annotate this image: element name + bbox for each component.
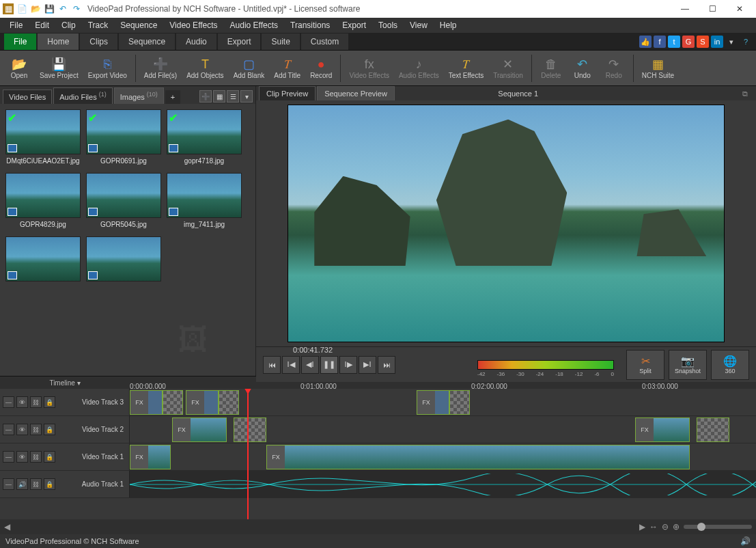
- track-body[interactable]: FX FX: [130, 443, 756, 470]
- track-visible-icon[interactable]: 👁: [16, 424, 28, 435]
- thumbnail-item[interactable]: [86, 236, 161, 287]
- step-back-button[interactable]: ◀I: [301, 356, 319, 374]
- menu-export[interactable]: Export: [337, 19, 372, 31]
- bin-menu-icon[interactable]: ▾: [240, 90, 253, 102]
- track-body[interactable]: FX FX: [130, 416, 756, 443]
- thumbnail-item[interactable]: ✔gopr4718.jpg: [167, 109, 242, 167]
- track-mute-icon[interactable]: 🔊: [16, 478, 28, 490]
- fit-icon[interactable]: ↔: [649, 522, 658, 532]
- qat-open-icon[interactable]: 📂: [30, 3, 41, 14]
- menu-edit[interactable]: Edit: [29, 19, 55, 31]
- track-collapse-icon[interactable]: —: [3, 396, 14, 408]
- save-project-button[interactable]: 💾Save Project: [36, 52, 83, 85]
- thumbnail-item[interactable]: [5, 236, 81, 287]
- chevron-down-icon[interactable]: ▾: [77, 379, 81, 387]
- delete-button[interactable]: 🗑Delete: [536, 52, 566, 85]
- track-lock-icon[interactable]: 🔒: [44, 478, 55, 490]
- menu-track[interactable]: Track: [83, 19, 114, 31]
- bin-tab-images[interactable]: Images (10): [114, 87, 164, 104]
- close-button[interactable]: ✕: [726, 0, 753, 18]
- track-lock-icon[interactable]: 🔒: [44, 424, 55, 435]
- audio-effects-button[interactable]: ♪Audio Effects: [395, 52, 443, 85]
- goto-start-button[interactable]: ⏮: [263, 356, 281, 374]
- goto-end-button[interactable]: ⏭: [378, 356, 395, 374]
- scroll-left-icon[interactable]: ◀: [4, 522, 10, 532]
- step-fwd-button[interactable]: I▶: [339, 356, 357, 374]
- export-video-button[interactable]: ⎘Export Video: [84, 52, 131, 85]
- add-title-button[interactable]: 𝑇Add Title: [270, 52, 305, 85]
- popout-icon[interactable]: ⧉: [742, 90, 753, 100]
- track-solo-icon[interactable]: ⛓: [30, 478, 42, 490]
- track-link-icon[interactable]: ⛓: [30, 451, 42, 463]
- track-body[interactable]: FX FX FX: [130, 389, 756, 415]
- transition-button[interactable]: ✕Transition: [489, 52, 527, 85]
- ribbon-tab-clips[interactable]: Clips: [80, 33, 117, 50]
- collapse-ribbon-icon[interactable]: ▾: [725, 36, 738, 48]
- bin-add-icon[interactable]: ➕: [199, 90, 212, 102]
- record-button[interactable]: ●Record: [306, 52, 336, 85]
- add-files-button[interactable]: ➕Add File(s): [140, 52, 181, 85]
- ribbon-tab-file[interactable]: File: [4, 33, 36, 50]
- thumbnail-item[interactable]: GOPR5045.jpg: [86, 173, 161, 231]
- maximize-button[interactable]: ☐: [699, 0, 726, 18]
- ribbon-tab-suite[interactable]: Suite: [262, 33, 299, 50]
- ribbon-tab-export[interactable]: Export: [218, 33, 261, 50]
- zoom-slider[interactable]: [684, 525, 752, 529]
- help-icon[interactable]: ?: [740, 36, 752, 48]
- track-lock-icon[interactable]: 🔒: [44, 396, 55, 408]
- add-blank-button[interactable]: ▢Add Blank: [229, 52, 269, 85]
- qat-new-icon[interactable]: 📄: [16, 3, 27, 14]
- social-linkedin-icon[interactable]: in: [711, 36, 723, 48]
- prev-clip-button[interactable]: I◀: [282, 356, 300, 374]
- menu-file[interactable]: File: [4, 19, 28, 31]
- ribbon-tab-sequence[interactable]: Sequence: [119, 33, 175, 50]
- nch-suite-button[interactable]: ▦NCH Suite: [638, 52, 678, 85]
- social-stumble-icon[interactable]: S: [697, 36, 709, 48]
- text-effects-button[interactable]: 𝑇Text Effects: [445, 52, 488, 85]
- tab-sequence-preview[interactable]: Sequence Preview: [317, 86, 395, 100]
- zoom-in-icon[interactable]: ⊕: [673, 522, 680, 532]
- bin-tab-audio[interactable]: Audio Files (1): [53, 87, 112, 104]
- menu-help[interactable]: Help: [434, 19, 462, 31]
- thumbnail-item[interactable]: ✔GOPR0691.jpg: [86, 109, 161, 167]
- track-collapse-icon[interactable]: —: [3, 478, 14, 490]
- add-objects-button[interactable]: TAdd Objects: [182, 52, 227, 85]
- social-facebook-icon[interactable]: f: [654, 36, 666, 48]
- video-effects-button[interactable]: fxVideo Effects: [345, 52, 393, 85]
- social-like-icon[interactable]: 👍: [639, 36, 652, 48]
- minimize-button[interactable]: —: [671, 0, 699, 18]
- social-google-icon[interactable]: G: [682, 36, 695, 48]
- social-twitter-icon[interactable]: t: [668, 36, 680, 48]
- next-clip-button[interactable]: ▶I: [359, 356, 376, 374]
- redo-button[interactable]: ↷Redo: [599, 52, 629, 85]
- bin-list-icon[interactable]: ☰: [227, 90, 239, 102]
- thumbnail-item[interactable]: img_7411.jpg: [167, 173, 242, 231]
- ribbon-tab-home[interactable]: Home: [38, 33, 79, 50]
- bin-grid-icon[interactable]: ▦: [213, 90, 225, 102]
- bin-add-tab[interactable]: +: [165, 90, 180, 104]
- open-button[interactable]: 📂Open: [4, 52, 34, 85]
- menu-clip[interactable]: Clip: [56, 19, 81, 31]
- 360-button[interactable]: 🌐360: [711, 350, 749, 380]
- zoom-out-icon[interactable]: ⊖: [662, 522, 669, 532]
- qat-undo-icon[interactable]: ↶: [57, 3, 68, 14]
- split-button[interactable]: ✂Split: [626, 350, 664, 380]
- track-lock-icon[interactable]: 🔒: [44, 451, 55, 463]
- scroll-right-icon[interactable]: ▶: [639, 522, 645, 532]
- qat-redo-icon[interactable]: ↷: [71, 3, 82, 14]
- pause-button[interactable]: ❚❚: [320, 356, 338, 374]
- track-visible-icon[interactable]: 👁: [16, 451, 28, 463]
- ribbon-tab-custom[interactable]: Custom: [301, 33, 348, 50]
- track-link-icon[interactable]: ⛓: [30, 396, 42, 408]
- menu-transitions[interactable]: Transitions: [285, 19, 335, 31]
- track-link-icon[interactable]: ⛓: [30, 424, 42, 435]
- snapshot-button[interactable]: 📷Snapshot: [669, 350, 707, 380]
- tab-clip-preview[interactable]: Clip Preview: [259, 86, 316, 100]
- volume-icon[interactable]: 🔊: [740, 536, 751, 546]
- menu-tools[interactable]: Tools: [373, 19, 403, 31]
- menu-audioeffects[interactable]: Audio Effects: [225, 19, 284, 31]
- thumbnail-item[interactable]: ✔DMqt6CiUEAAO2ET.jpg: [5, 109, 81, 167]
- thumbnail-item[interactable]: GOPR4829.jpg: [5, 173, 81, 231]
- undo-button[interactable]: ↶Undo: [568, 52, 598, 85]
- ribbon-tab-audio[interactable]: Audio: [176, 33, 216, 50]
